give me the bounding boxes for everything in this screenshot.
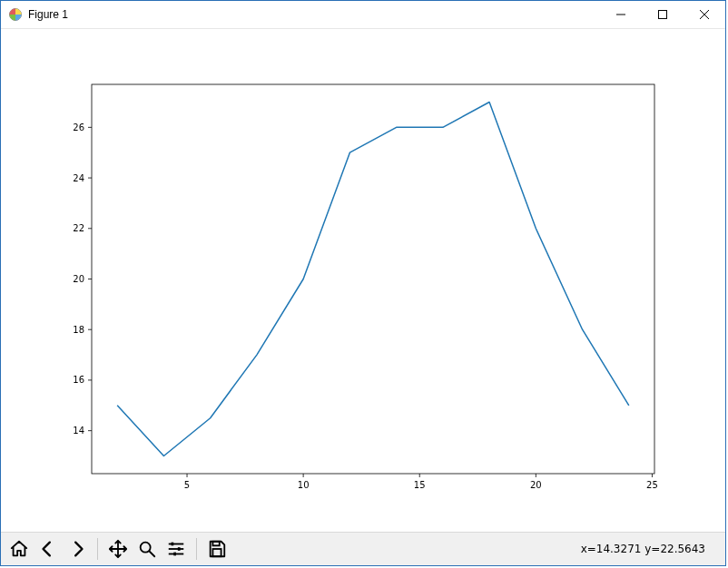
svg-text:22: 22 xyxy=(73,223,84,233)
svg-text:20: 20 xyxy=(530,480,542,490)
figure-window: Figure 1 51015202514161820222426 xyxy=(0,0,726,566)
svg-text:5: 5 xyxy=(184,480,190,490)
svg-text:10: 10 xyxy=(298,480,310,490)
plot-canvas[interactable]: 51015202514161820222426 xyxy=(1,29,725,532)
home-button[interactable] xyxy=(5,535,33,563)
back-button[interactable] xyxy=(34,535,62,563)
close-button[interactable] xyxy=(684,1,725,28)
svg-point-30 xyxy=(141,543,151,553)
zoom-button[interactable] xyxy=(133,535,161,563)
navigation-toolbar: x=14.3271 y=22.5643 xyxy=(1,532,725,565)
toolbar-separator xyxy=(97,538,98,560)
configure-button[interactable] xyxy=(162,535,190,563)
window-title: Figure 1 xyxy=(28,8,68,21)
svg-line-31 xyxy=(150,552,155,557)
svg-text:20: 20 xyxy=(73,274,84,284)
svg-text:15: 15 xyxy=(414,480,426,490)
minimize-button[interactable] xyxy=(600,1,642,28)
svg-rect-35 xyxy=(172,543,174,546)
svg-text:25: 25 xyxy=(646,480,658,490)
svg-text:18: 18 xyxy=(73,325,84,335)
svg-text:24: 24 xyxy=(73,173,84,183)
svg-rect-38 xyxy=(212,542,219,546)
plot-svg: 51015202514161820222426 xyxy=(1,29,725,534)
app-icon xyxy=(8,7,23,22)
forward-button[interactable] xyxy=(64,535,91,563)
maximize-button[interactable] xyxy=(642,1,684,28)
svg-rect-39 xyxy=(212,549,221,556)
toolbar-separator xyxy=(196,538,197,560)
svg-text:26: 26 xyxy=(73,122,84,132)
pan-button[interactable] xyxy=(104,535,132,563)
svg-rect-37 xyxy=(173,553,176,556)
svg-rect-36 xyxy=(178,547,181,551)
svg-rect-5 xyxy=(92,84,654,474)
save-button[interactable] xyxy=(203,535,231,563)
svg-text:16: 16 xyxy=(73,375,84,385)
svg-rect-2 xyxy=(659,11,667,19)
titlebar: Figure 1 xyxy=(1,1,725,29)
cursor-coordinates: x=14.3271 y=22.5643 xyxy=(581,543,705,555)
svg-text:14: 14 xyxy=(73,426,84,436)
